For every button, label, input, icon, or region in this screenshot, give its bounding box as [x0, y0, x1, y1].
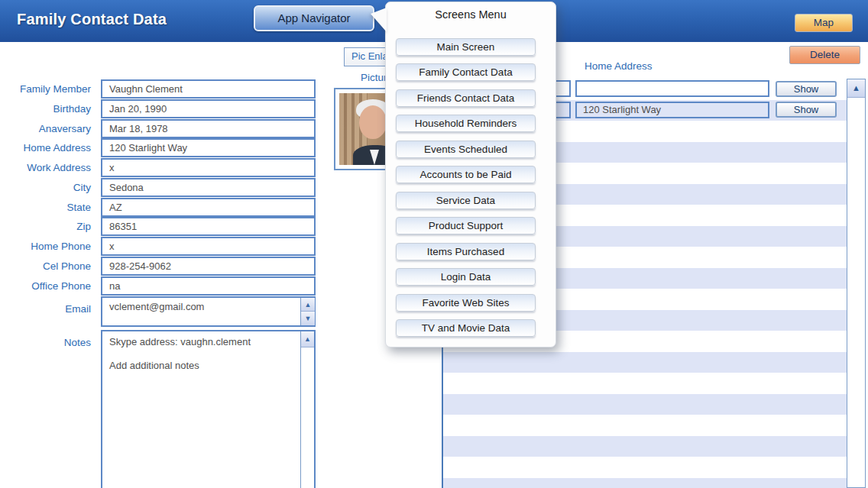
- page-title: Family Contact Data: [17, 11, 167, 28]
- menu-item-service-data[interactable]: Service Data: [396, 192, 536, 209]
- menu-item-product-support[interactable]: Product Support: [396, 217, 536, 234]
- notes-scrollbar[interactable]: ▲: [300, 331, 314, 488]
- field-label: Zip: [0, 217, 91, 236]
- notes-line: Skype address: vaughn.clement: [109, 336, 289, 348]
- field-input[interactable]: na: [101, 276, 316, 296]
- scroll-up-icon[interactable]: ▲: [301, 331, 314, 347]
- field-input[interactable]: Sedona: [101, 178, 316, 197]
- field-input[interactable]: x: [101, 158, 316, 177]
- email-scrollbar: ▲ ▼: [300, 298, 314, 325]
- family-member-photo: [339, 93, 391, 165]
- menu-item-family-contact-data[interactable]: Family Contact Data: [396, 63, 536, 81]
- home-address-heading: Home Address: [585, 60, 653, 72]
- map-button[interactable]: Map: [795, 14, 853, 32]
- email-field[interactable]: vclement@gmail.com ▲ ▼: [101, 296, 316, 327]
- field-label: Family Member: [0, 79, 91, 99]
- menu-item-household-reminders[interactable]: Household Reminders: [396, 115, 536, 132]
- menu-item-friends-contact-data[interactable]: Friends Contact Data: [396, 89, 536, 107]
- field-input[interactable]: 928-254-9062: [101, 257, 316, 276]
- field-label: State: [0, 198, 91, 217]
- field-input[interactable]: 86351: [101, 217, 316, 236]
- pic-enlarge-button[interactable]: Pic Enla: [344, 47, 391, 66]
- delete-button[interactable]: Delete: [789, 46, 860, 64]
- screens-menu-popup: Screens Menu Main ScreenFamily Contact D…: [385, 2, 556, 347]
- email-value: vclement@gmail.com: [109, 301, 204, 312]
- menu-item-events-scheduled[interactable]: Events Scheduled: [396, 141, 536, 158]
- field-input[interactable]: Vaughn Clement: [101, 79, 316, 99]
- show-button[interactable]: Show: [776, 81, 837, 97]
- scroll-up-icon[interactable]: ▲: [847, 79, 865, 98]
- screens-menu-title: Screens Menu: [386, 8, 555, 21]
- notes-text: Skype address: vaughn.clement Add additi…: [109, 336, 289, 372]
- scroll-down-icon[interactable]: ▼: [301, 312, 315, 325]
- picture-label: Pictur: [361, 72, 387, 83]
- field-label: Anaversary: [0, 119, 91, 138]
- notes-field[interactable]: Skype address: vaughn.clement Add additi…: [101, 330, 316, 488]
- portal-scrollbar[interactable]: ▲: [847, 79, 866, 488]
- portal-row-stripe: [443, 352, 847, 373]
- field-label: Home Phone: [0, 237, 91, 256]
- menu-item-accounts-to-be-paid[interactable]: Accounts to be Paid: [396, 166, 536, 183]
- photo-face: [359, 105, 387, 139]
- field-label: Cel Phone: [0, 257, 91, 276]
- family-contact-data-screen: Family Contact Data App Navigator Map De…: [0, 0, 868, 488]
- menu-item-login-data[interactable]: Login Data: [396, 268, 536, 286]
- field-input[interactable]: Mar 18, 1978: [101, 119, 316, 138]
- field-label: Birthday: [0, 99, 91, 118]
- email-label: Email: [0, 299, 91, 318]
- portal-row-stripe: [443, 457, 847, 478]
- field-label: Home Address: [0, 138, 91, 157]
- show-button[interactable]: Show: [776, 102, 837, 118]
- portal-row-stripe: [443, 415, 847, 436]
- portal-row-stripe: [443, 478, 847, 488]
- portal-address-field[interactable]: 120 Starlight Way: [575, 102, 769, 118]
- field-input[interactable]: AZ: [101, 198, 316, 217]
- menu-pointer-icon: [371, 8, 387, 32]
- field-label: Office Phone: [0, 276, 91, 296]
- portal-row-stripe: [443, 373, 847, 394]
- menu-item-items-purchased[interactable]: Items Purchased: [396, 243, 536, 260]
- menu-item-tv-and-movie-data[interactable]: TV and Movie Data: [396, 319, 536, 337]
- field-input[interactable]: x: [101, 237, 316, 256]
- portal-address-field[interactable]: [575, 80, 769, 97]
- field-label: City: [0, 178, 91, 197]
- app-navigator-button[interactable]: App Navigator: [254, 5, 374, 31]
- menu-item-main-screen[interactable]: Main Screen: [396, 38, 536, 56]
- portal-row-stripe: [443, 394, 847, 415]
- notes-line: Add additional notes: [109, 360, 289, 372]
- notes-label: Notes: [0, 333, 91, 352]
- field-input[interactable]: 120 Starlight Way: [101, 138, 316, 157]
- field-label: Work Address: [0, 158, 91, 177]
- scroll-up-icon[interactable]: ▲: [301, 298, 315, 312]
- field-input[interactable]: Jan 20, 1990: [101, 99, 316, 118]
- portal-row-stripe: [443, 436, 847, 457]
- menu-item-favorite-web-sites[interactable]: Favorite Web Sites: [396, 294, 536, 312]
